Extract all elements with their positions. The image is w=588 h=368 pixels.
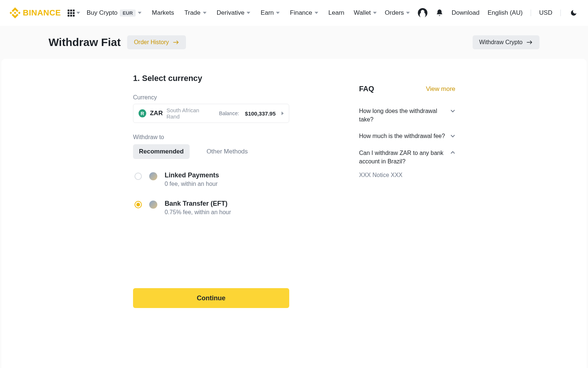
faq-title: FAQ: [359, 85, 374, 93]
nav-markets[interactable]: Markets: [152, 9, 174, 17]
currency-code: ZAR: [150, 110, 163, 117]
option-title: Bank Transfer (EFT): [165, 200, 231, 208]
balance-label: Balance:: [219, 110, 239, 116]
divider: [560, 10, 561, 16]
buy-crypto-currency-pill: EUR: [120, 10, 136, 17]
withdraw-form: 1. Select currency Currency R ZAR South …: [133, 74, 289, 308]
nav-finance-label: Finance: [290, 9, 312, 17]
faq-notice: XXX Notice XXX: [359, 170, 455, 181]
nav-learn-label: Learn: [329, 9, 344, 17]
nav-buy-crypto[interactable]: Buy Crypto EUR: [87, 9, 142, 17]
linked-payments-icon: [149, 172, 157, 180]
nav-earn[interactable]: Earn: [261, 9, 280, 17]
faq-view-more-link[interactable]: View more: [426, 85, 455, 93]
caret-down-icon: [406, 12, 410, 14]
bell-icon: [435, 9, 444, 17]
method-tabs: Recommended Other Methods: [133, 144, 289, 159]
step-title: 1. Select currency: [133, 74, 289, 83]
divider: [531, 10, 531, 16]
brand-logo[interactable]: BINANCE: [10, 7, 61, 18]
nav-left: Buy Crypto EUR Markets Trade Derivative …: [87, 9, 344, 17]
nav-earn-label: Earn: [261, 9, 274, 17]
payment-option-linked[interactable]: Linked Payments 0 fee, within an hour: [133, 167, 289, 195]
faq-question: How long does the withdrawal take?: [359, 107, 445, 124]
nav-trade[interactable]: Trade: [184, 9, 207, 17]
nav-language[interactable]: English (AU): [488, 9, 523, 17]
nav-buy-crypto-label: Buy Crypto: [87, 9, 118, 17]
caret-down-icon: [76, 12, 80, 14]
chevron-down-icon: [450, 133, 455, 140]
top-nav: BINANCE Buy Crypto EUR Markets Trade Der…: [0, 0, 588, 26]
withdraw-crypto-label: Withdraw Crypto: [479, 39, 523, 46]
caret-down-icon: [247, 12, 250, 14]
faq-panel: FAQ View more How long does the withdraw…: [359, 74, 455, 308]
withdraw-to-label: Withdraw to: [133, 134, 289, 141]
nav-fiat-label: USD: [539, 9, 552, 17]
radio-unselected-icon: [135, 173, 142, 180]
nav-fiat-currency[interactable]: USD: [539, 9, 552, 17]
faq-question: Can I withdraw ZAR to any bank account i…: [359, 149, 445, 166]
nav-orders[interactable]: Orders: [385, 9, 410, 17]
nav-orders-label: Orders: [385, 9, 404, 17]
caret-down-icon: [276, 12, 280, 14]
nav-derivative-label: Derivative: [217, 9, 245, 17]
chevron-down-icon: [450, 108, 455, 115]
chevron-up-icon: [450, 150, 455, 157]
nav-language-label: English (AU): [488, 9, 523, 17]
currency-name: South African Rand: [166, 107, 212, 120]
nav-download-label: Download: [452, 9, 480, 17]
caret-down-icon: [203, 12, 207, 14]
page-header: Withdraw Fiat Order History Withdraw Cry…: [0, 26, 588, 59]
order-history-label: Order History: [134, 39, 169, 46]
user-menu[interactable]: [418, 8, 427, 18]
apps-menu[interactable]: [68, 10, 80, 17]
balance-value: $100,337.95: [245, 110, 276, 117]
nav-finance[interactable]: Finance: [290, 9, 318, 17]
radio-selected-icon: [135, 201, 142, 208]
continue-button[interactable]: Continue: [133, 288, 289, 308]
currency-badge-icon: R: [139, 109, 146, 117]
withdraw-crypto-button[interactable]: Withdraw Crypto: [473, 35, 539, 49]
nav-wallet-label: Wallet: [354, 9, 371, 17]
main-card: 1. Select currency Currency R ZAR South …: [1, 59, 587, 368]
faq-item[interactable]: How long does the withdrawal take?: [359, 103, 455, 128]
faq-item[interactable]: Can I withdraw ZAR to any bank account i…: [359, 145, 455, 170]
triangle-right-icon: [282, 112, 284, 115]
currency-field-label: Currency: [133, 94, 289, 101]
option-subtitle: 0.75% fee, within an hour: [165, 209, 231, 216]
moon-icon: [570, 9, 577, 17]
tab-other-methods[interactable]: Other Methods: [201, 144, 254, 159]
nav-markets-label: Markets: [152, 9, 174, 17]
bank-transfer-icon: [149, 201, 157, 209]
user-icon: [418, 8, 427, 18]
arrow-right-icon: [173, 40, 179, 45]
theme-toggle[interactable]: [569, 8, 578, 18]
nav-trade-label: Trade: [184, 9, 201, 17]
nav-wallet[interactable]: Wallet: [354, 9, 377, 17]
caret-down-icon: [138, 12, 141, 14]
nav-derivative[interactable]: Derivative: [217, 9, 251, 17]
payment-option-bank-transfer[interactable]: Bank Transfer (EFT) 0.75% fee, within an…: [133, 195, 289, 224]
caret-down-icon: [373, 12, 377, 14]
faq-item[interactable]: How much is the withdrawal fee?: [359, 128, 455, 144]
nav-download[interactable]: Download: [452, 9, 480, 17]
brand-name: BINANCE: [23, 8, 61, 18]
option-subtitle: 0 fee, within an hour: [165, 181, 219, 187]
binance-logo-icon: [10, 7, 21, 18]
tab-recommended[interactable]: Recommended: [133, 144, 190, 159]
option-title: Linked Payments: [165, 171, 219, 179]
nav-right: Wallet Orders Download English (AU) USD: [354, 8, 578, 18]
nav-learn[interactable]: Learn: [329, 9, 344, 17]
order-history-button[interactable]: Order History: [127, 35, 186, 49]
notifications[interactable]: [435, 9, 444, 17]
currency-selector[interactable]: R ZAR South African Rand Balance: $100,3…: [133, 104, 289, 123]
page-title: Withdraw Fiat: [49, 36, 121, 49]
apps-grid-icon: [68, 10, 75, 17]
caret-down-icon: [315, 12, 318, 14]
arrow-right-icon: [526, 40, 533, 45]
faq-question: How much is the withdrawal fee?: [359, 132, 445, 140]
